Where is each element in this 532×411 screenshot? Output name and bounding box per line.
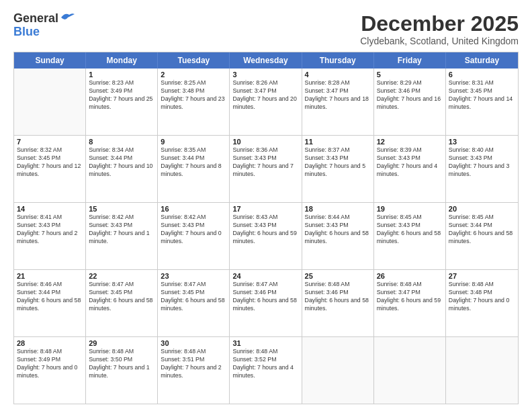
cell-info: Sunrise: 8:34 AM Sunset: 3:44 PM Dayligh… [89, 146, 154, 179]
logo-bird-icon [60, 12, 75, 23]
day-number: 10 [232, 138, 298, 146]
day-number: 27 [449, 272, 515, 280]
logo-general-text: General [13, 12, 58, 26]
cal-cell: 20Sunrise: 8:45 AM Sunset: 3:44 PM Dayli… [446, 203, 518, 269]
cal-cell [14, 68, 86, 135]
day-number: 26 [377, 272, 443, 280]
day-number: 21 [17, 272, 83, 280]
cal-cell: 27Sunrise: 8:48 AM Sunset: 3:48 PM Dayli… [446, 270, 518, 336]
cal-cell: 9Sunrise: 8:35 AM Sunset: 3:44 PM Daylig… [158, 136, 230, 202]
header-monday: Monday [86, 52, 158, 68]
day-number: 6 [449, 71, 515, 79]
cell-info: Sunrise: 8:47 AM Sunset: 3:45 PM Dayligh… [89, 281, 154, 313]
cell-info: Sunrise: 8:23 AM Sunset: 3:49 PM Dayligh… [89, 79, 154, 111]
header-friday: Friday [374, 52, 446, 68]
cell-info: Sunrise: 8:41 AM Sunset: 3:43 PM Dayligh… [17, 214, 83, 246]
cal-cell: 12Sunrise: 8:39 AM Sunset: 3:43 PM Dayli… [374, 136, 446, 202]
cal-cell: 22Sunrise: 8:47 AM Sunset: 3:45 PM Dayli… [86, 270, 158, 336]
cal-cell [302, 337, 374, 404]
cell-info: Sunrise: 8:48 AM Sunset: 3:46 PM Dayligh… [305, 281, 371, 313]
day-number: 29 [89, 339, 154, 347]
day-number: 20 [449, 205, 515, 213]
cal-cell: 5Sunrise: 8:29 AM Sunset: 3:46 PM Daylig… [374, 68, 446, 135]
day-number: 8 [89, 138, 154, 146]
cal-cell: 19Sunrise: 8:45 AM Sunset: 3:43 PM Dayli… [374, 203, 446, 269]
day-number: 13 [449, 138, 515, 146]
header-tuesday: Tuesday [158, 52, 230, 68]
cal-cell: 29Sunrise: 8:48 AM Sunset: 3:50 PM Dayli… [86, 337, 158, 404]
cal-row-2: 14Sunrise: 8:41 AM Sunset: 3:43 PM Dayli… [14, 202, 518, 269]
day-number: 12 [377, 138, 443, 146]
cal-cell: 28Sunrise: 8:48 AM Sunset: 3:49 PM Dayli… [14, 337, 86, 404]
location: Clydebank, Scotland, United Kingdom [360, 36, 519, 46]
cell-info: Sunrise: 8:48 AM Sunset: 3:49 PM Dayligh… [17, 348, 83, 380]
cell-info: Sunrise: 8:45 AM Sunset: 3:43 PM Dayligh… [377, 214, 443, 246]
cal-cell: 13Sunrise: 8:40 AM Sunset: 3:43 PM Dayli… [446, 136, 518, 202]
cell-info: Sunrise: 8:47 AM Sunset: 3:46 PM Dayligh… [232, 281, 298, 313]
cell-info: Sunrise: 8:44 AM Sunset: 3:43 PM Dayligh… [305, 214, 371, 246]
cal-cell: 14Sunrise: 8:41 AM Sunset: 3:43 PM Dayli… [14, 203, 86, 269]
day-number: 2 [161, 71, 226, 79]
day-number: 19 [377, 205, 443, 213]
cal-cell: 21Sunrise: 8:46 AM Sunset: 3:44 PM Dayli… [14, 270, 86, 336]
cal-cell: 30Sunrise: 8:48 AM Sunset: 3:51 PM Dayli… [158, 337, 230, 404]
cell-info: Sunrise: 8:48 AM Sunset: 3:52 PM Dayligh… [232, 348, 298, 380]
calendar: SundayMondayTuesdayWednesdayThursdayFrid… [13, 52, 519, 404]
cal-cell: 10Sunrise: 8:36 AM Sunset: 3:43 PM Dayli… [230, 136, 302, 202]
cell-info: Sunrise: 8:40 AM Sunset: 3:43 PM Dayligh… [449, 146, 515, 179]
cell-info: Sunrise: 8:31 AM Sunset: 3:45 PM Dayligh… [449, 79, 515, 111]
day-number: 5 [377, 71, 443, 79]
cal-cell [446, 337, 518, 404]
cal-row-3: 21Sunrise: 8:46 AM Sunset: 3:44 PM Dayli… [14, 269, 518, 336]
day-number: 23 [161, 272, 226, 280]
calendar-header-row: SundayMondayTuesdayWednesdayThursdayFrid… [14, 52, 518, 68]
cal-row-1: 7Sunrise: 8:32 AM Sunset: 3:45 PM Daylig… [14, 135, 518, 202]
cell-info: Sunrise: 8:29 AM Sunset: 3:46 PM Dayligh… [377, 79, 443, 111]
day-number: 24 [232, 272, 298, 280]
cal-cell: 16Sunrise: 8:42 AM Sunset: 3:43 PM Dayli… [158, 203, 230, 269]
day-number: 14 [17, 205, 83, 213]
cal-cell: 24Sunrise: 8:47 AM Sunset: 3:46 PM Dayli… [230, 270, 302, 336]
day-number: 31 [232, 339, 298, 347]
cell-info: Sunrise: 8:48 AM Sunset: 3:51 PM Dayligh… [161, 348, 226, 380]
day-number: 15 [89, 205, 154, 213]
day-number: 18 [305, 205, 371, 213]
cal-cell: 2Sunrise: 8:25 AM Sunset: 3:48 PM Daylig… [158, 68, 230, 135]
header-saturday: Saturday [446, 52, 518, 68]
day-number: 17 [232, 205, 298, 213]
day-number: 16 [161, 205, 226, 213]
calendar-body: 1Sunrise: 8:23 AM Sunset: 3:49 PM Daylig… [14, 68, 518, 404]
cell-info: Sunrise: 8:43 AM Sunset: 3:43 PM Dayligh… [232, 214, 298, 246]
header-sunday: Sunday [14, 52, 86, 68]
cal-row-4: 28Sunrise: 8:48 AM Sunset: 3:49 PM Dayli… [14, 336, 518, 404]
cal-cell: 11Sunrise: 8:37 AM Sunset: 3:43 PM Dayli… [302, 136, 374, 202]
header-thursday: Thursday [302, 52, 374, 68]
cal-cell: 8Sunrise: 8:34 AM Sunset: 3:44 PM Daylig… [86, 136, 158, 202]
cal-cell: 4Sunrise: 8:28 AM Sunset: 3:47 PM Daylig… [302, 68, 374, 135]
cell-info: Sunrise: 8:47 AM Sunset: 3:45 PM Dayligh… [161, 281, 226, 313]
cal-cell: 7Sunrise: 8:32 AM Sunset: 3:45 PM Daylig… [14, 136, 86, 202]
cal-cell: 23Sunrise: 8:47 AM Sunset: 3:45 PM Dayli… [158, 270, 230, 336]
logo: General Blue [13, 12, 75, 39]
title-block: December 2025 Clydebank, Scotland, Unite… [360, 12, 519, 46]
cell-info: Sunrise: 8:39 AM Sunset: 3:43 PM Dayligh… [377, 146, 443, 179]
day-number: 4 [305, 71, 371, 79]
day-number: 9 [161, 138, 226, 146]
cell-info: Sunrise: 8:48 AM Sunset: 3:50 PM Dayligh… [89, 348, 154, 380]
day-number: 28 [17, 339, 83, 347]
cal-cell: 3Sunrise: 8:26 AM Sunset: 3:47 PM Daylig… [230, 68, 302, 135]
cal-cell: 25Sunrise: 8:48 AM Sunset: 3:46 PM Dayli… [302, 270, 374, 336]
cell-info: Sunrise: 8:46 AM Sunset: 3:44 PM Dayligh… [17, 281, 83, 313]
month-title: December 2025 [360, 12, 519, 36]
day-number: 3 [232, 71, 298, 79]
cell-info: Sunrise: 8:48 AM Sunset: 3:48 PM Dayligh… [449, 281, 515, 313]
day-number: 1 [89, 71, 154, 79]
day-number: 11 [305, 138, 371, 146]
cell-info: Sunrise: 8:42 AM Sunset: 3:43 PM Dayligh… [161, 214, 226, 246]
day-number: 22 [89, 272, 154, 280]
cell-info: Sunrise: 8:26 AM Sunset: 3:47 PM Dayligh… [232, 79, 298, 111]
cal-cell: 15Sunrise: 8:42 AM Sunset: 3:43 PM Dayli… [86, 203, 158, 269]
cal-cell: 31Sunrise: 8:48 AM Sunset: 3:52 PM Dayli… [230, 337, 302, 404]
cal-row-0: 1Sunrise: 8:23 AM Sunset: 3:49 PM Daylig… [14, 68, 518, 135]
day-number: 7 [17, 138, 83, 146]
